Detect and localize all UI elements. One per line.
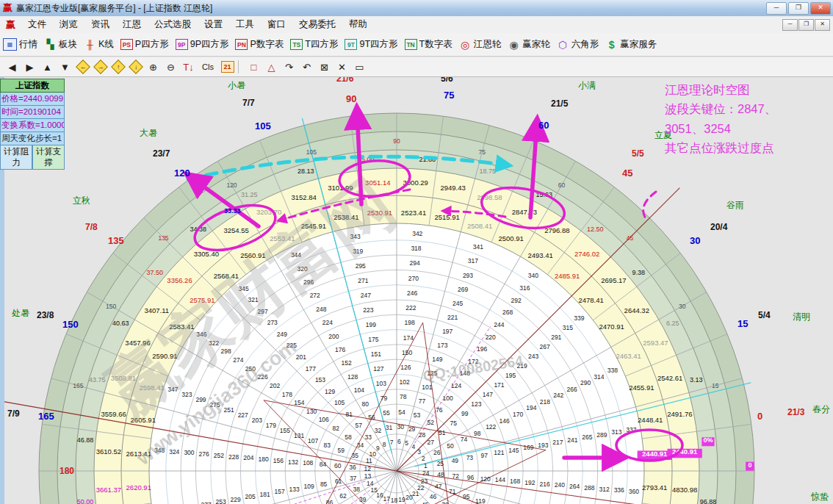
menu-item-工具[interactable]: 工具 — [229, 17, 261, 32]
toolbar-button-江恩轮[interactable]: ◎江恩轮 — [459, 38, 502, 51]
p9-icon: 9P — [176, 39, 188, 50]
svg-text:99: 99 — [461, 410, 469, 417]
svg-text:81: 81 — [345, 411, 353, 418]
menu-item-窗口[interactable]: 窗口 — [261, 17, 292, 32]
up-marker-icon[interactable]: ▲ — [40, 60, 55, 74]
next-arrow-icon[interactable]: ▶ — [22, 60, 37, 74]
wheel-outer-label: 165 — [38, 411, 54, 422]
wheel-outer-label: 21/6 — [336, 77, 354, 84]
svg-text:3: 3 — [417, 448, 421, 456]
toolbar-button-P四方形[interactable]: PSP四方形 — [120, 38, 169, 51]
rect-tool-icon[interactable]: □ — [246, 60, 262, 74]
svg-text:132: 132 — [288, 458, 298, 466]
toolbar-button-赢家轮[interactable]: ◉赢家轮 — [508, 38, 550, 51]
calc-support-button[interactable]: 计算支撑 — [32, 145, 65, 170]
toolbar-label: T四方形 — [305, 38, 338, 51]
minimize-button[interactable]: ─ — [766, 2, 787, 15]
screen-icon[interactable]: ▭ — [352, 60, 367, 74]
menu-bar: 赢 文件浏览资讯江恩公式选股设置工具窗口交易委托帮助 ─❐✕ — [0, 16, 833, 34]
svg-text:3559.66: 3559.66 — [101, 410, 126, 418]
toolbar-button-9T四方形[interactable]: 9T9T四方形 — [345, 38, 397, 51]
diamond-right-icon[interactable]: → — [93, 60, 108, 74]
wheel-outer-label: 21/5 — [551, 98, 569, 109]
toolbar-button-赢家服务[interactable]: $赢家服务 — [605, 38, 657, 51]
svg-text:23: 23 — [421, 478, 428, 485]
mdi-minimize-button[interactable]: ─ — [782, 19, 798, 31]
toolbar-button-P数字表[interactable]: PNP数字表 — [235, 38, 284, 51]
toolbar-button-六角形[interactable]: ⬡六角形 — [557, 38, 599, 51]
wheel-outer-label: 105 — [255, 120, 271, 132]
svg-text:192: 192 — [524, 479, 535, 486]
wheel-outer-label: 45 — [622, 168, 632, 179]
close-button[interactable]: ✕ — [810, 2, 831, 15]
maximize-button[interactable]: ❐ — [788, 2, 809, 15]
diamond-left-icon[interactable]: ← — [75, 60, 90, 74]
diamond-up-icon[interactable]: ↑ — [110, 60, 126, 74]
toolbar-button-T数字表[interactable]: TNT数字表 — [405, 38, 452, 51]
menu-item-公式选股[interactable]: 公式选股 — [148, 17, 198, 32]
parameter-rows: 价格=2440.9099时间=20190104变换系数=1.00000周天变化步… — [0, 93, 65, 145]
chart-area: 1234567891011121314151617181920212223242… — [0, 77, 833, 504]
svg-text:2695.17: 2695.17 — [601, 276, 626, 284]
svg-text:5: 5 — [405, 439, 408, 447]
menu-item-资讯[interactable]: 资讯 — [84, 17, 116, 32]
calendar-icon[interactable]: 21 — [220, 60, 235, 74]
zoom-in-icon[interactable]: ⊕ — [145, 60, 161, 74]
shrink-icon[interactable]: ✕ — [334, 60, 350, 74]
toolbar-button-K线[interactable]: ╫K线 — [84, 38, 114, 51]
down-marker-icon[interactable]: ▼ — [57, 60, 73, 74]
mdi-close-button[interactable]: ✕ — [815, 19, 830, 31]
svg-text:53: 53 — [414, 411, 421, 419]
svg-text:73: 73 — [466, 454, 474, 461]
svg-text:180: 180 — [258, 456, 268, 463]
svg-text:101: 101 — [422, 384, 432, 391]
toolbar-button-板块[interactable]: ▚板块 — [44, 38, 77, 51]
svg-text:312: 312 — [599, 486, 609, 493]
svg-text:2644.32: 2644.32 — [624, 306, 649, 314]
wheel-outer-label: 5/6 — [441, 77, 453, 84]
menu-item-浏览[interactable]: 浏览 — [53, 17, 84, 32]
window-controls: ─❐✕ — [766, 2, 833, 15]
svg-text:15: 15 — [712, 382, 719, 389]
svg-text:2949.43: 2949.43 — [440, 184, 465, 192]
prev-arrow-icon[interactable]: ◀ — [4, 60, 20, 74]
cls-button[interactable]: Cls — [198, 60, 217, 74]
title-bar[interactable]: 赢 赢家江恩专业版[赢家服务平台] - [上证指数 江恩轮] ─❐✕ — [0, 0, 833, 17]
zoom-out-icon[interactable]: ⊖ — [163, 60, 178, 74]
menu-item-设置[interactable]: 设置 — [198, 17, 229, 32]
wheel-outer-label: 30 — [690, 235, 700, 246]
diamond-right-icon: → — [93, 60, 108, 74]
svg-text:174: 174 — [403, 334, 414, 342]
diamond-down-icon[interactable]: ↓ — [128, 60, 143, 74]
menu-item-文件[interactable]: 文件 — [21, 17, 53, 32]
wheel-outer-label: 21/3 — [787, 407, 805, 417]
fit-box-icon[interactable]: ⊠ — [317, 60, 332, 74]
calc-resistance-button[interactable]: 计算阻力 — [0, 145, 32, 170]
svg-text:2746.02: 2746.02 — [574, 250, 599, 258]
parameter-row: 周天变化步长=1 — [0, 132, 65, 145]
menu-item-帮助[interactable]: 帮助 — [342, 17, 374, 32]
rotate-ccw-icon[interactable]: ↶ — [299, 60, 314, 74]
menu-item-江恩[interactable]: 江恩 — [116, 17, 148, 32]
svg-text:120: 120 — [226, 181, 237, 189]
rotate-cw-icon[interactable]: ↷ — [281, 60, 297, 74]
toolbar-button-行情[interactable]: ▦行情 — [3, 38, 37, 51]
mdi-restore-button[interactable]: ❐ — [798, 19, 814, 31]
menu-item-交易委托[interactable]: 交易委托 — [292, 17, 342, 32]
svg-text:103: 103 — [376, 380, 386, 387]
svg-text:34: 34 — [357, 442, 364, 449]
svg-text:193: 193 — [538, 442, 548, 449]
magenta-dashed-annotation — [643, 192, 656, 220]
svg-text:288: 288 — [584, 484, 594, 492]
svg-text:2523.41: 2523.41 — [401, 209, 426, 217]
svg-text:244: 244 — [494, 321, 504, 328]
toolbar-button-T四方形[interactable]: TST四方形 — [290, 38, 338, 51]
svg-text:30: 30 — [397, 423, 405, 431]
svg-text:241: 241 — [567, 436, 577, 444]
toolbar-label: 赢家服务 — [620, 38, 657, 51]
toolbar-button-9P四方形[interactable]: 9P9P四方形 — [176, 38, 229, 51]
hexagon-icon: ⬡ — [557, 39, 569, 50]
triangle-tool-icon[interactable]: △ — [264, 60, 279, 74]
time-axis-icon[interactable]: T↓ — [181, 60, 196, 74]
svg-text:176: 176 — [335, 346, 345, 353]
